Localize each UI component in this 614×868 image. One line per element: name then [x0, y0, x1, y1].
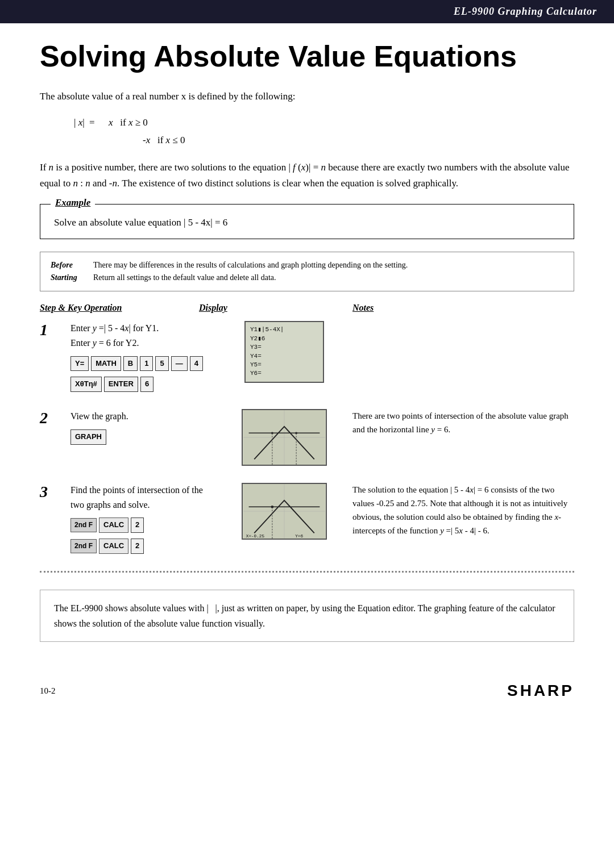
step-2-operation: 2 View the graph. GRAPH	[40, 409, 216, 444]
step-1-row: 1 Enter y =| 5 - 4x| for Y1. Enter y = 6…	[40, 321, 574, 392]
intro-text: The absolute value of a real number x is…	[40, 89, 574, 104]
step-1-screen: Y1▮|5-4X| Y2▮6 Y3= Y4= Y5= Y6=	[244, 321, 324, 382]
step-1-number: 1	[40, 321, 61, 339]
step-2-notes: There are two points of intersection of …	[352, 409, 574, 436]
step-1-operation: 1 Enter y =| 5 - 4x| for Y1. Enter y = 6…	[40, 321, 216, 392]
before-row: Before There may be differences in the r…	[51, 259, 563, 272]
header-title: EL-9900 Graphing Calculator	[454, 6, 597, 17]
key-y-equals[interactable]: Y=	[70, 356, 89, 372]
body-text-1: If n is a positive number, there are two…	[40, 160, 574, 191]
example-content: Solve an absolute value equation | 5 - 4…	[54, 217, 560, 228]
key-2ndf-2[interactable]: 2nd F	[70, 539, 97, 553]
step-2-screen	[242, 409, 327, 466]
step-2-display	[222, 409, 347, 466]
key-2ndf-1[interactable]: 2nd F	[70, 518, 97, 532]
key-enter[interactable]: ENTER	[104, 377, 138, 392]
header-bar: EL-9900 Graphing Calculator	[0, 0, 614, 23]
before-text: There may be differences in the results …	[93, 259, 408, 272]
key-5[interactable]: 5	[155, 356, 168, 372]
svg-text:X=-0.25: X=-0.25	[246, 534, 265, 539]
page-title: Solving Absolute Value Equations	[40, 40, 574, 73]
steps-area: 1 Enter y =| 5 - 4x| for Y1. Enter y = 6…	[40, 321, 574, 554]
step-3-row: 3 Find the points of intersection of the…	[40, 483, 574, 554]
example-box: Example Solve an absolute value equation…	[40, 204, 574, 239]
step-3-number: 3	[40, 483, 61, 501]
step-3-screen: X=-0.25 Y=6	[242, 483, 327, 540]
step-3-keys-row1: 2nd F CALC 2	[70, 518, 216, 533]
step-2-text: View the graph. GRAPH	[70, 409, 216, 444]
dotted-separator	[40, 571, 574, 573]
key-calc-2[interactable]: CALC	[99, 539, 128, 554]
step-2-row: 2 View the graph. GRAPH	[40, 409, 574, 466]
key-minus[interactable]: —	[171, 356, 188, 372]
before-label: Before	[51, 259, 88, 272]
key-graph[interactable]: GRAPH	[70, 429, 106, 445]
col-header-display: Display	[199, 303, 352, 313]
step-1-keys-row2: XθTη# ENTER 6	[70, 377, 216, 392]
footer-note-box: The EL-9900 shows absolute values with |…	[40, 590, 574, 642]
footer-note-text: The EL-9900 shows absolute values with |…	[54, 603, 555, 628]
step-3-keys-row2: 2nd F CALC 2	[70, 539, 216, 554]
abs-def-case2: -x if x ≤ 0	[143, 132, 185, 149]
step-3-notes: The solution to the equation | 5 - 4x| =…	[352, 483, 574, 537]
key-1[interactable]: 1	[140, 356, 153, 372]
svg-text:Y=6: Y=6	[295, 534, 303, 539]
key-b[interactable]: B	[123, 356, 138, 372]
key-6[interactable]: 6	[140, 377, 154, 392]
starting-text: Return all settings to the default value…	[93, 272, 276, 284]
step-2-number: 2	[40, 409, 61, 427]
step-1-keys-row1: Y= MATH B 1 5 — 4	[70, 356, 216, 372]
abs-definition: | x| = x if x ≥ 0 -x if x ≤ 0	[74, 114, 574, 149]
step-1-text: Enter y =| 5 - 4x| for Y1. Enter y = 6 f…	[70, 321, 216, 392]
page-number: 10-2	[40, 686, 56, 696]
starting-row: Starting Return all settings to the defa…	[51, 272, 563, 284]
abs-def-left: | x| =	[74, 114, 97, 132]
example-label: Example	[51, 197, 95, 208]
page-footer: 10-2 SHARP	[0, 682, 614, 711]
step-1-display: Y1▮|5-4X| Y2▮6 Y3= Y4= Y5= Y6=	[222, 321, 347, 382]
columns-header: Step & Key Operation Display Notes	[40, 303, 574, 315]
key-2a[interactable]: 2	[131, 518, 144, 533]
key-math[interactable]: MATH	[91, 356, 121, 372]
step-3-operation: 3 Find the points of intersection of the…	[40, 483, 216, 554]
sharp-logo: SHARP	[507, 682, 574, 700]
key-4[interactable]: 4	[190, 356, 203, 372]
starting-label: Starting	[51, 272, 88, 284]
key-calc-1[interactable]: CALC	[99, 518, 128, 533]
abs-def-case1: x if x ≥ 0	[109, 114, 185, 132]
step-3-text: Find the points of intersection of the t…	[70, 483, 216, 554]
key-xthetan[interactable]: XθTη#	[70, 377, 102, 392]
col-header-notes: Notes	[352, 303, 574, 313]
step-2-keys: GRAPH	[70, 429, 216, 445]
key-2b[interactable]: 2	[131, 539, 144, 554]
main-content: Solving Absolute Value Equations The abs…	[0, 23, 614, 682]
step-3-display: X=-0.25 Y=6	[222, 483, 347, 540]
before-starting-box: Before There may be differences in the r…	[40, 252, 574, 292]
col-header-step: Step & Key Operation	[40, 303, 199, 313]
